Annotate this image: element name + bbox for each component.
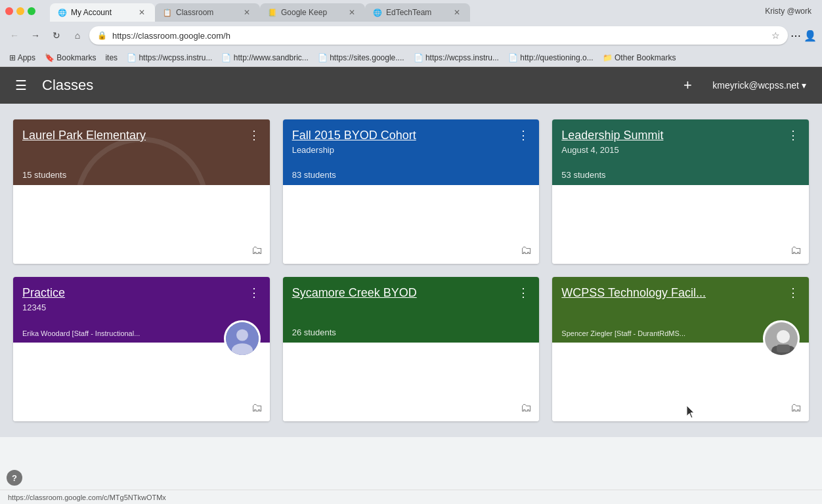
header-right: + kmeyrick@wcpss.net ▾ <box>676 74 811 97</box>
svg-point-4 <box>777 330 790 343</box>
bookmark-other[interactable]: 📁 Other Bookmarks <box>599 52 680 64</box>
card-header-sycamore: ⋮ Sycamore Creek BYOD 26 students <box>283 277 540 343</box>
card-header-practice: ⋮ Practice 12345 Erika Woodard [Staff - … <box>13 277 270 343</box>
back-button[interactable]: ← <box>5 26 24 45</box>
add-class-button[interactable]: + <box>676 74 699 97</box>
bookmark-wcpss1-label: 📄 https://wcpss.instru... <box>127 53 212 62</box>
browser-profile[interactable]: Kristy @work <box>760 7 817 16</box>
card-title-laurel-park[interactable]: Laurel Park Elementary <box>22 129 261 142</box>
extension-icon-1[interactable]: ⋯ <box>790 30 801 42</box>
card-title-leadership-summit[interactable]: Leadership Summit <box>561 129 800 142</box>
tab-close-my-account[interactable]: ✕ <box>137 7 147 18</box>
forward-button[interactable]: → <box>26 26 45 45</box>
traffic-lights <box>5 7 35 15</box>
bookmark-wcpss2[interactable]: 📄 https://wcpss.instru... <box>410 52 503 64</box>
browser-chrome: 🌐 My Account ✕ 📋 Classroom ✕ 📒 Google Ke… <box>0 0 822 437</box>
tab-favicon-classroom: 📋 <box>163 8 172 17</box>
bookmark-sites-google-label: 📄 https://sites.google.... <box>318 53 404 62</box>
tab-label-my-account: My Account <box>71 8 133 17</box>
secure-icon: 🔒 <box>97 31 107 40</box>
tab-google-keep[interactable]: 📒 Google Keep ✕ <box>260 3 365 22</box>
account-dropdown-icon: ▾ <box>802 80 806 91</box>
card-folder-button-laurel-park[interactable]: 🗂 <box>251 243 263 257</box>
card-body-laurel-park: 🗂 <box>13 185 270 264</box>
bookmark-questioning[interactable]: 📄 http://questioning.o... <box>504 52 597 64</box>
tab-close-google-keep[interactable]: ✕ <box>347 7 357 18</box>
bookmark-questioning-label: 📄 http://questioning.o... <box>508 53 594 62</box>
bookmark-apps[interactable]: ⊞ Apps <box>5 52 39 64</box>
close-window-button[interactable] <box>5 7 13 15</box>
bookmark-bookmarks[interactable]: 🔖 Bookmarks <box>41 52 100 64</box>
class-card-wcpss: ⋮ WCPSS Technology Facil... Spencer Zieg… <box>552 277 809 421</box>
card-title-sycamore[interactable]: Sycamore Creek BYOD <box>292 286 530 300</box>
bookmark-apps-label: ⊞ Apps <box>9 53 35 62</box>
tab-my-account[interactable]: 🌐 My Account ✕ <box>50 3 155 22</box>
card-more-button-practice[interactable]: ⋮ <box>245 284 263 302</box>
card-body-wcpss: 🗂 <box>552 343 809 421</box>
card-title-practice[interactable]: Practice <box>22 286 261 300</box>
minimize-window-button[interactable] <box>16 7 24 15</box>
classes-grid: ⋮ Laurel Park Elementary 15 students 🗂 ⋮… <box>0 104 822 437</box>
bookmark-other-label: 📁 Other Bookmarks <box>603 53 676 62</box>
card-more-button-wcpss[interactable]: ⋮ <box>784 284 802 302</box>
card-subtitle-leadership-summit: August 4, 2015 <box>561 145 800 155</box>
teacher-avatar-practice <box>224 320 261 357</box>
bookmark-star-icon[interactable]: ☆ <box>771 30 780 41</box>
card-subtitle-byod-cohort: Leadership <box>292 145 530 155</box>
tab-classroom[interactable]: 📋 Classroom ✕ <box>155 3 260 22</box>
card-header-byod-cohort: ⋮ Fall 2015 BYOD Cohort Leadership 83 st… <box>283 119 540 185</box>
card-header-laurel-park: ⋮ Laurel Park Elementary 15 students <box>13 119 270 185</box>
home-button[interactable]: ⌂ <box>68 26 87 45</box>
card-body-sycamore: 🗂 <box>283 343 540 421</box>
bookmark-wcpss2-label: 📄 https://wcpss.instru... <box>414 53 499 62</box>
bookmark-bookmarks-label: 🔖 Bookmarks <box>45 53 96 62</box>
tabs-bar: 🌐 My Account ✕ 📋 Classroom ✕ 📒 Google Ke… <box>45 1 756 22</box>
maximize-window-button[interactable] <box>28 7 35 15</box>
card-meta-laurel-park: 15 students <box>22 170 261 185</box>
tab-close-edtech[interactable]: ✕ <box>452 7 462 18</box>
card-title-byod-cohort[interactable]: Fall 2015 BYOD Cohort <box>292 129 530 142</box>
card-title-wcpss[interactable]: WCPSS Technology Facil... <box>561 286 800 300</box>
account-email: kmeyrick@wcpss.net <box>712 80 799 91</box>
tab-close-classroom[interactable]: ✕ <box>242 7 252 18</box>
class-card-sycamore: ⋮ Sycamore Creek BYOD 26 students 🗂 <box>283 277 540 421</box>
card-meta-leadership-summit: 53 students <box>561 170 800 185</box>
card-meta-sycamore: 26 students <box>292 327 530 343</box>
tab-favicon-edtech: 🌐 <box>373 8 382 17</box>
card-header-wcpss: ⋮ WCPSS Technology Facil... Spencer Zieg… <box>552 277 809 343</box>
bookmark-sandbric[interactable]: 📄 http://www.sandbric... <box>217 52 312 64</box>
account-button[interactable]: kmeyrick@wcpss.net ▾ <box>707 77 811 93</box>
svg-point-2 <box>232 343 253 357</box>
avatar-circle-practice <box>226 322 259 355</box>
card-folder-button-leadership-summit[interactable]: 🗂 <box>790 243 802 257</box>
card-folder-button-wcpss[interactable]: 🗂 <box>790 401 802 415</box>
bookmark-sandbric-label: 📄 http://www.sandbric... <box>221 53 308 62</box>
menu-button[interactable]: ☰ <box>11 75 32 96</box>
class-card-practice: ⋮ Practice 12345 Erika Woodard [Staff - … <box>13 277 270 421</box>
extension-icon-2[interactable]: 👤 <box>804 30 817 42</box>
tab-label-classroom: Classroom <box>176 8 238 17</box>
omnibox-bar: ← → ↻ ⌂ 🔒 https://classroom.google.com/h… <box>0 22 822 49</box>
page-title: Classes <box>42 77 665 94</box>
tab-edtech-team[interactable]: 🌐 EdTechTeam ✕ <box>365 3 470 22</box>
card-folder-button-sycamore[interactable]: 🗂 <box>521 401 532 415</box>
tab-label-google-keep: Google Keep <box>281 8 343 17</box>
new-tab-button[interactable] <box>470 3 750 22</box>
card-body-byod-cohort: 🗂 <box>283 185 540 264</box>
card-folder-button-practice[interactable]: 🗂 <box>251 401 263 415</box>
address-bar[interactable]: 🔒 https://classroom.google.com/h ☆ <box>89 26 788 45</box>
tab-favicon-google-keep: 📒 <box>268 8 277 17</box>
card-more-button-leadership-summit[interactable]: ⋮ <box>784 126 802 144</box>
class-card-byod-cohort: ⋮ Fall 2015 BYOD Cohort Leadership 83 st… <box>283 119 540 264</box>
bookmark-ites-label: ites <box>105 53 118 62</box>
card-more-button-laurel-park[interactable]: ⋮ <box>245 126 263 144</box>
card-subtitle-practice: 12345 <box>22 303 261 312</box>
reload-button[interactable]: ↻ <box>47 26 66 45</box>
card-body-practice: 🗂 <box>13 343 270 421</box>
tab-favicon-my-account: 🌐 <box>58 8 67 17</box>
card-folder-button-byod-cohort[interactable]: 🗂 <box>521 243 532 257</box>
bookmark-wcpss1[interactable]: 📄 https://wcpss.instru... <box>123 52 216 64</box>
title-bar: 🌐 My Account ✕ 📋 Classroom ✕ 📒 Google Ke… <box>0 0 822 22</box>
bookmark-sites-google[interactable]: 📄 https://sites.google.... <box>314 52 408 64</box>
bookmark-ites[interactable]: ites <box>101 52 121 64</box>
